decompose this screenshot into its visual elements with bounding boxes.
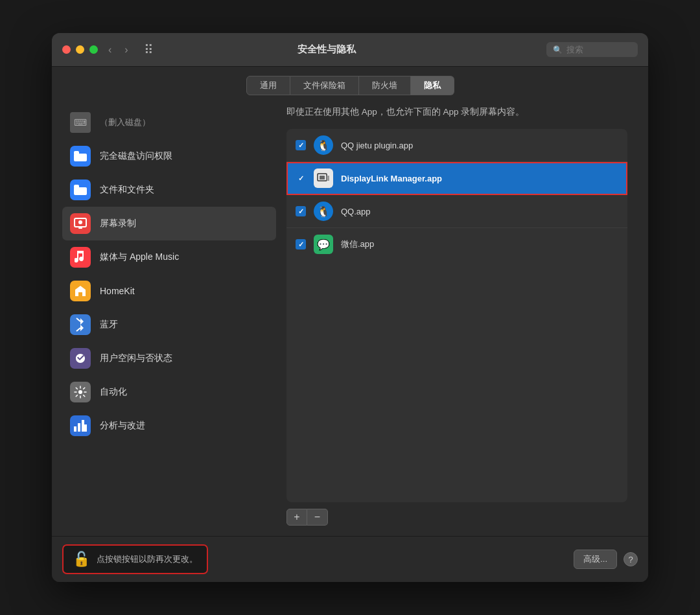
checkmark-icon: ✓ xyxy=(298,240,304,249)
app-checkbox-wechat[interactable]: ✓ xyxy=(296,239,306,249)
titlebar: ‹ › ⠿ 安全性与隐私 🔍 xyxy=(52,33,648,67)
app-name-displaylink: DisplayLink Manager.app xyxy=(341,174,442,183)
list-item[interactable]: ✓ 💬 微信.app xyxy=(286,228,627,261)
search-icon: 🔍 xyxy=(553,45,563,54)
svg-rect-1 xyxy=(74,151,79,155)
add-app-button[interactable]: + xyxy=(286,509,307,526)
sidebar-item-bluetooth[interactable]: 蓝牙 xyxy=(62,308,276,342)
keyboard-icon: ⌨ xyxy=(70,112,91,133)
sidebar-item-homekit[interactable]: HomeKit xyxy=(62,274,276,308)
svg-rect-12 xyxy=(82,420,84,432)
app-name-wechat: 微信.app xyxy=(341,238,374,250)
sidebar-item-screen-recording[interactable]: 屏幕录制 xyxy=(62,207,276,240)
svg-rect-16 xyxy=(327,176,329,181)
sidebar-item-automation[interactable]: 自动化 xyxy=(62,375,276,409)
focus-icon xyxy=(70,348,91,369)
checkmark-icon: ✓ xyxy=(298,174,304,183)
help-button[interactable]: ? xyxy=(624,552,638,566)
right-panel: 即使正在使用其他 App，也允许下面的 App 录制屏幕内容。 ✓ 🐧 QQ j… xyxy=(276,106,638,526)
svg-rect-3 xyxy=(74,185,79,189)
sidebar-label-homekit: HomeKit xyxy=(100,286,135,296)
lock-section[interactable]: 🔓 点按锁按钮以防再次更改。 xyxy=(62,544,208,574)
checkmark-icon: ✓ xyxy=(298,141,304,150)
automation-icon xyxy=(70,382,91,402)
analytics-icon xyxy=(70,415,91,436)
close-button[interactable] xyxy=(62,45,71,54)
list-item[interactable]: ✓ 🐧 QQ jietu plugin.app xyxy=(286,129,627,162)
sidebar-item-files-folders[interactable]: 文件和文件夹 xyxy=(62,173,276,207)
sidebar-label-full-disk: 完全磁盘访问权限 xyxy=(100,150,172,162)
wechat-app-icon: 💬 xyxy=(314,235,333,254)
bottom-bar: 🔓 点按锁按钮以防再次更改。 高级... ? xyxy=(52,536,648,582)
sidebar-top-item: ⌨ （删入磁盘） xyxy=(62,106,276,139)
tab-privacy[interactable]: 隐私 xyxy=(411,76,454,95)
sidebar-item-full-disk[interactable]: 完全磁盘访问权限 xyxy=(62,139,276,173)
remove-app-button[interactable]: − xyxy=(307,509,328,526)
homekit-icon xyxy=(70,281,91,301)
advanced-button[interactable]: 高级... xyxy=(574,550,617,569)
svg-point-9 xyxy=(78,390,82,394)
qq-jietu-app-icon: 🐧 xyxy=(314,135,333,155)
bottom-right: 高级... ? xyxy=(574,550,638,569)
sidebar-top-label: （删入磁盘） xyxy=(100,117,150,128)
sidebar-item-analytics[interactable]: 分析与改进 xyxy=(62,409,276,443)
tab-firewall[interactable]: 防火墙 xyxy=(359,76,411,95)
tab-filevault[interactable]: 文件保险箱 xyxy=(290,76,359,95)
svg-line-8 xyxy=(76,328,80,331)
svg-line-7 xyxy=(76,318,80,321)
app-checkbox-displaylink[interactable]: ✓ xyxy=(296,173,306,183)
sidebar-label-bluetooth: 蓝牙 xyxy=(100,319,118,331)
search-input[interactable] xyxy=(566,45,631,54)
checkmark-icon: ✓ xyxy=(298,207,304,216)
zoom-button[interactable] xyxy=(89,45,98,54)
app-name-qq-jietu: QQ jietu plugin.app xyxy=(341,141,413,150)
sidebar-label-automation: 自动化 xyxy=(100,386,127,398)
app-checkbox-qq-jietu[interactable]: ✓ xyxy=(296,140,306,150)
svg-rect-6 xyxy=(78,227,82,229)
svg-rect-15 xyxy=(320,176,325,180)
sidebar-label-screen-recording: 屏幕录制 xyxy=(100,218,136,229)
svg-rect-11 xyxy=(78,423,80,432)
back-button[interactable]: ‹ xyxy=(106,43,114,57)
music-icon xyxy=(70,247,91,268)
sidebar-item-focus[interactable]: 用户空闲与否状态 xyxy=(62,342,276,375)
tabs-row: 通用 文件保险箱 防火墙 隐私 xyxy=(52,67,648,95)
svg-point-5 xyxy=(78,220,82,224)
window-title: 安全性与隐私 xyxy=(115,43,539,56)
panel-description: 即使正在使用其他 App，也允许下面的 App 录制屏幕内容。 xyxy=(286,106,627,119)
sidebar-label-media-music: 媒体与 Apple Music xyxy=(100,251,179,263)
full-disk-icon xyxy=(70,146,91,167)
app-checkbox-qq[interactable]: ✓ xyxy=(296,206,306,216)
lock-icon: 🔓 xyxy=(73,551,90,568)
list-item[interactable]: ✓ DisplayLink Manager.app xyxy=(286,162,627,195)
app-name-qq: QQ.app xyxy=(341,207,371,216)
svg-rect-13 xyxy=(84,424,87,432)
content-area: ⌨ （删入磁盘） 完全磁盘访问权限 文件和文件夹 屏幕录制 xyxy=(52,95,648,536)
displaylink-app-icon xyxy=(314,168,333,188)
traffic-lights xyxy=(62,45,98,54)
sidebar-label-files-folders: 文件和文件夹 xyxy=(100,184,154,196)
screen-recording-icon xyxy=(70,213,91,234)
sidebar-label-focus: 用户空闲与否状态 xyxy=(100,353,172,364)
qq-app-icon: 🐧 xyxy=(314,202,333,221)
sidebar-label-analytics: 分析与改进 xyxy=(100,420,145,432)
app-list: ✓ 🐧 QQ jietu plugin.app ✓ DisplayLink Ma… xyxy=(286,129,627,502)
list-controls: + − xyxy=(286,509,627,526)
main-window: ‹ › ⠿ 安全性与隐私 🔍 通用 文件保险箱 防火墙 隐私 ⌨ （删入磁盘） … xyxy=(52,33,648,582)
svg-rect-10 xyxy=(74,426,76,432)
list-item[interactable]: ✓ 🐧 QQ.app xyxy=(286,195,627,228)
search-bar: 🔍 xyxy=(546,42,638,57)
files-folders-icon xyxy=(70,180,91,200)
tab-general[interactable]: 通用 xyxy=(246,76,290,95)
lock-text: 点按锁按钮以防再次更改。 xyxy=(97,553,198,565)
bluetooth-icon xyxy=(70,314,91,335)
sidebar: ⌨ （删入磁盘） 完全磁盘访问权限 文件和文件夹 屏幕录制 xyxy=(62,106,276,526)
sidebar-item-media-music[interactable]: 媒体与 Apple Music xyxy=(62,240,276,274)
minimize-button[interactable] xyxy=(76,45,84,54)
